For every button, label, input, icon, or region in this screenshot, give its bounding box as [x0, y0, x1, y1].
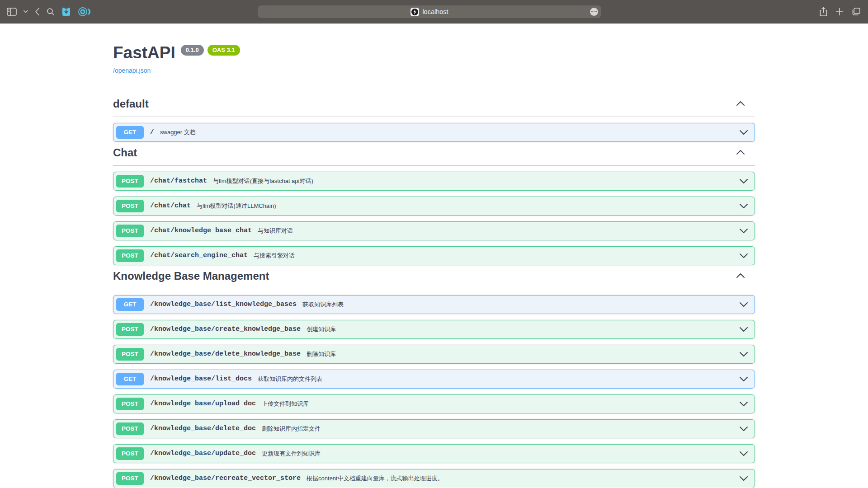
- section-header-default[interactable]: default: [113, 93, 755, 117]
- plus-icon: [835, 8, 844, 16]
- endpoint-summary: 与llm模型对话(通过LLMChain): [197, 202, 276, 210]
- endpoint-path: /chat/search_engine_chat: [150, 252, 248, 259]
- chevron-down-icon: [739, 476, 748, 481]
- endpoint-row-root[interactable]: GET/swagger 文档: [113, 123, 755, 142]
- method-badge: GET: [116, 126, 144, 139]
- endpoint-path: /knowledge_base/delete_doc: [150, 425, 256, 432]
- endpoint-path: /chat/chat: [150, 202, 191, 210]
- method-badge: POST: [116, 200, 144, 212]
- endpoint-row-knowledge-base-create-knowledge-base[interactable]: POST/knowledge_base/create_knowledge_bas…: [113, 320, 755, 339]
- endpoint-summary: 与llm模型对话(直接与fastchat api对话): [213, 177, 313, 185]
- section-knowledge-base-management: Knowledge Base ManagementGET/knowledge_b…: [113, 265, 755, 488]
- method-badge: POST: [116, 447, 144, 460]
- tab-overview-button[interactable]: [851, 5, 861, 19]
- extension-circles-icon: [78, 7, 91, 17]
- endpoint-path: /: [150, 128, 154, 136]
- endpoint-row-chat-fastchat[interactable]: POST/chat/fastchat与llm模型对话(直接与fastchat a…: [113, 172, 755, 191]
- chevron-down-icon: [739, 451, 748, 456]
- endpoint-summary: 上传文件到知识库: [262, 400, 309, 408]
- method-badge: POST: [116, 175, 144, 188]
- site-favicon: [410, 8, 419, 16]
- endpoint-path: /knowledge_base/delete_knowledge_base: [150, 350, 301, 358]
- address-bar[interactable]: localhost: [258, 5, 601, 18]
- sidebar-menu-button[interactable]: [24, 5, 28, 19]
- chevron-up-icon: [736, 272, 745, 280]
- endpoint-row-knowledge-base-upload-doc[interactable]: POST/knowledge_base/upload_doc上传文件到知识库: [113, 394, 755, 413]
- chevron-down-icon: [739, 376, 748, 382]
- sidebar-icon: [7, 8, 17, 16]
- extension-circles-button[interactable]: [78, 5, 91, 19]
- endpoint-path: /knowledge_base/update_doc: [150, 450, 256, 457]
- chevron-down-icon: [739, 352, 748, 357]
- endpoint-summary: 与知识库对话: [258, 227, 293, 235]
- chevron-down-icon: [739, 228, 748, 234]
- method-badge: POST: [116, 472, 144, 485]
- chevron-down-icon: [739, 426, 748, 432]
- endpoint-path: /knowledge_base/upload_doc: [150, 400, 256, 408]
- chevron-up-icon: [736, 100, 745, 108]
- endpoint-summary: swagger 文档: [160, 128, 196, 136]
- swagger-page: FastAPI 0.1.0 OAS 3.1 /openapi.json defa…: [0, 23, 868, 488]
- section-header-chat[interactable]: Chat: [113, 142, 755, 166]
- endpoint-row-knowledge-base-list-knowledge-bases[interactable]: GET/knowledge_base/list_knowledge_bases获…: [113, 295, 755, 314]
- section-title: Chat: [113, 146, 137, 159]
- openapi-spec-link[interactable]: /openapi.json: [113, 67, 151, 74]
- chevron-down-icon: [739, 302, 748, 307]
- endpoint-summary: 与搜索引擎对话: [254, 252, 295, 260]
- chevron-down-icon: [739, 178, 748, 184]
- endpoint-row-knowledge-base-delete-knowledge-base[interactable]: POST/knowledge_base/delete_knowledge_bas…: [113, 345, 755, 364]
- url-text: localhost: [422, 8, 448, 15]
- endpoint-row-knowledge-base-delete-doc[interactable]: POST/knowledge_base/delete_doc删除知识库内指定文件: [113, 419, 755, 438]
- oas-badge: OAS 3.1: [208, 45, 240, 56]
- endpoint-path: /knowledge_base/list_docs: [150, 375, 252, 383]
- page-title: FastAPI: [113, 43, 175, 63]
- section-chat: ChatPOST/chat/fastchat与llm模型对话(直接与fastch…: [113, 142, 755, 265]
- endpoint-row-knowledge-base-recreate-vector-store[interactable]: POST/knowledge_base/recreate_vector_stor…: [113, 469, 755, 488]
- endpoint-row-chat-search-engine-chat[interactable]: POST/chat/search_engine_chat与搜索引擎对话: [113, 246, 755, 265]
- method-badge: POST: [116, 249, 144, 262]
- search-icon: [47, 8, 55, 16]
- api-sections: defaultGET/swagger 文档ChatPOST/chat/fastc…: [113, 93, 755, 488]
- endpoint-summary: 获取知识库列表: [302, 300, 344, 309]
- lightning-bolt-icon: [413, 9, 417, 14]
- search-button[interactable]: [47, 5, 55, 19]
- method-badge: GET: [116, 298, 144, 311]
- chevron-down-icon: [739, 203, 748, 209]
- method-badge: POST: [116, 323, 144, 336]
- endpoint-summary: 创建知识库: [307, 325, 336, 333]
- back-button[interactable]: [35, 5, 40, 19]
- section-default: defaultGET/swagger 文档: [113, 93, 755, 142]
- method-badge: POST: [116, 225, 144, 237]
- share-button[interactable]: [819, 5, 828, 19]
- chevron-down-icon: [739, 130, 748, 135]
- share-icon: [819, 7, 828, 17]
- chevron-down-icon: [739, 327, 748, 332]
- sidebar-toggle-button[interactable]: [7, 5, 17, 19]
- method-badge: POST: [116, 348, 144, 361]
- browser-toolbar: localhost: [0, 0, 868, 23]
- chevron-down-icon: [739, 253, 748, 258]
- section-header-knowledge-base-management[interactable]: Knowledge Base Management: [113, 265, 755, 289]
- new-tab-button[interactable]: [835, 5, 844, 19]
- tab-overview-icon: [851, 7, 861, 16]
- endpoint-summary: 删除知识库内指定文件: [262, 425, 321, 433]
- page-settings-button[interactable]: [590, 8, 598, 16]
- chevron-down-icon: [739, 401, 748, 407]
- api-info: FastAPI 0.1.0 OAS 3.1 /openapi.json: [113, 23, 755, 75]
- endpoint-row-chat-chat[interactable]: POST/chat/chat与llm模型对话(通过LLMChain): [113, 197, 755, 216]
- endpoint-row-knowledge-base-list-docs[interactable]: GET/knowledge_base/list_docs获取知识库内的文件列表: [113, 370, 755, 389]
- endpoint-row-chat-knowledge-base-chat[interactable]: POST/chat/knowledge_base_chat与知识库对话: [113, 221, 755, 240]
- endpoint-summary: 根据content中文档重建向量库，流式输出处理进度。: [307, 474, 443, 483]
- endpoint-summary: 获取知识库内的文件列表: [258, 375, 322, 383]
- chevron-up-icon: [736, 149, 745, 157]
- endpoint-path: /knowledge_base/list_knowledge_bases: [150, 300, 297, 308]
- method-badge: GET: [116, 373, 144, 385]
- back-icon: [35, 8, 40, 16]
- section-title: default: [113, 98, 149, 110]
- endpoint-row-knowledge-base-update-doc[interactable]: POST/knowledge_base/update_doc更新现有文件到知识库: [113, 444, 755, 463]
- chevron-down-icon: [24, 10, 28, 13]
- endpoint-path: /chat/fastchat: [150, 177, 207, 185]
- extension-bookmark-button[interactable]: [61, 5, 71, 19]
- method-badge: POST: [116, 422, 144, 435]
- version-badge: 0.1.0: [181, 45, 204, 56]
